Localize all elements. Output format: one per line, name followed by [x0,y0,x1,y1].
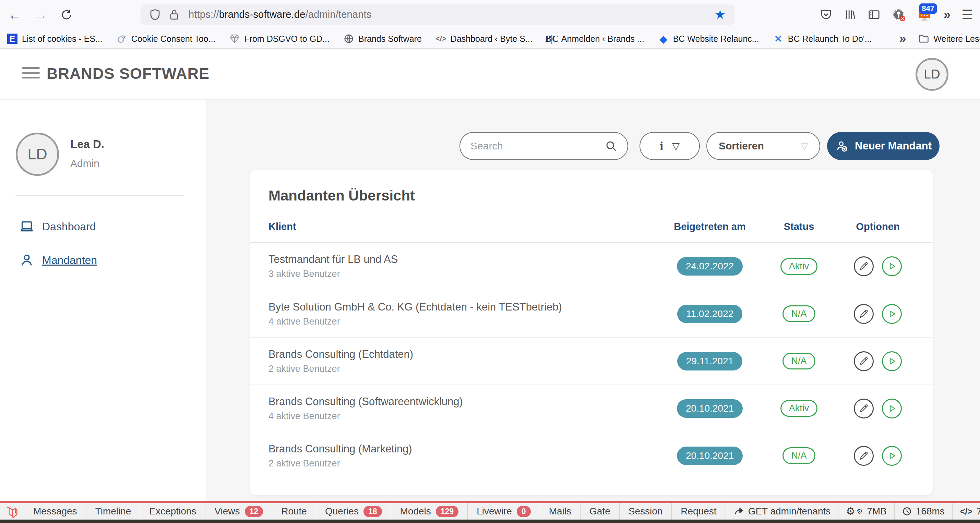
impersonate-button[interactable] [882,399,902,418]
forward-icon[interactable]: → [34,8,47,21]
bookmark-favicon-jira: ◆ [658,33,669,44]
debug-tab-timeline[interactable]: Timeline [86,503,141,520]
url-text: https://brands-software.de/admin/tenants [189,9,372,20]
laravel-icon[interactable] [0,503,24,520]
debug-tab-request[interactable]: Request [672,503,725,520]
edit-button[interactable] [854,399,874,418]
debug-tab-queries[interactable]: Queries18 [316,503,391,520]
debug-tab-messages[interactable]: Messages [24,503,86,520]
desktop-background-strip [0,520,980,523]
impersonate-button[interactable] [882,446,902,466]
bookmark-star-icon[interactable]: ★ [714,8,725,22]
page-title: Mandanten Übersicht [250,170,933,204]
memory-usage: ⚙⚙ 7MB [838,503,894,520]
tenants-card: Mandanten Übersicht Klient Beigetreten a… [250,170,933,495]
impersonate-button[interactable] [882,351,902,371]
bookmark-favicon-cookie [116,33,127,44]
edit-button[interactable] [854,446,874,466]
status-badge: N/A [783,305,815,322]
bookmark-item[interactable]: ◆ BC Website Relaunc... [658,33,759,44]
debug-tab-views[interactable]: Views12 [205,503,272,520]
share-arrow-icon [734,506,744,517]
bookmark-item[interactable]: From DSGVO to GD... [229,33,329,44]
library-icon[interactable] [844,9,856,21]
bookmarks-bar: E List of cookies - ES... Cookie Consent… [0,29,980,49]
bookmark-item[interactable]: Brands Software [343,33,422,44]
user-avatar[interactable]: LD [916,58,948,91]
sidebar-avatar: LD [16,133,59,176]
folder-icon [918,33,929,44]
bookmarks-overflow-icon[interactable]: » [899,32,905,46]
client-users: 3 aktive Benutzer [269,269,659,279]
status-badge: Aktiv [780,400,818,417]
sidebar-divider [16,196,184,196]
debug-tab-exceptions[interactable]: Exceptions [140,503,205,520]
bookmark-item[interactable]: Cookie Consent Too... [116,33,216,44]
info-icon: i [660,139,663,153]
bookmark-item[interactable]: </> Dashboard ‹ Byte S... [436,33,533,44]
column-status: Status [761,221,837,232]
bookmark-favicon-code: </> [436,33,447,44]
main-content: i ▽ Sortieren ▽ Neuer Mandant Mandanten … [207,100,980,501]
site-header: BRANDS SOFTWARE LD [0,49,980,100]
impersonate-button[interactable] [882,304,902,324]
chevron-down-icon: ▽ [672,140,679,152]
hamburger-menu-icon[interactable] [22,67,40,81]
debug-tab-mails[interactable]: Mails [540,503,581,520]
url-bar[interactable]: https://brands-software.de/admin/tenants… [141,5,735,25]
request-route: GET admin/tenants [726,503,838,520]
search-input[interactable] [471,140,605,152]
debug-tab-gate[interactable]: Gate [581,503,620,520]
client-name: Brands Consulting (Softwareentwicklung) [269,396,659,408]
search-icon[interactable] [605,140,617,152]
sidebar: LD Lea D. Admin Dashboard Mandanten [0,100,207,501]
client-users: 4 aktive Benutzer [269,316,659,327]
app-menu-icon[interactable]: ☰ [961,7,973,22]
client-users: 2 aktive Benutzer [269,458,659,469]
tab-counter-icon[interactable]: 847 [918,8,931,21]
debug-tab-models[interactable]: Models129 [391,503,468,520]
client-name: Testmandant für LB und AS [269,253,659,265]
client-name: Brands Consulting (Marketing) [269,443,659,455]
laptop-icon [19,219,35,234]
more-bookmarks[interactable]: Weitere Lesezeichen [918,33,980,44]
reload-icon[interactable] [60,9,73,21]
chevron-down-icon: ▽ [801,141,808,151]
edit-button[interactable] [854,351,874,371]
impersonate-button[interactable] [882,256,902,276]
date-badge: 29.11.2021 [677,352,742,370]
search-box[interactable] [460,132,628,160]
code-icon: </> [960,507,972,517]
sidebar-user-name: Lea D. [70,138,104,151]
edit-button[interactable] [854,304,874,324]
sidebar-toggle-icon[interactable] [868,9,880,21]
password-manager-icon[interactable] [892,8,905,21]
gear-icon: ⚙ [846,506,855,517]
sidebar-item-mandanten[interactable]: Mandanten [19,247,97,273]
edit-button[interactable] [854,256,874,276]
debug-tab-route[interactable]: Route [272,503,316,520]
client-users: 4 aktive Benutzer [269,411,659,421]
client-users: 2 aktive Benutzer [269,364,659,374]
shield-icon[interactable] [150,9,161,21]
new-tenant-button[interactable]: Neuer Mandant [827,132,940,160]
bookmark-item[interactable]: B|C Anmelden ‹ Brands ... [546,33,644,44]
table-row: Brands Consulting (Echtdaten) 2 aktive B… [250,337,933,385]
back-icon[interactable]: ← [8,8,21,21]
date-badge: 20.10.2021 [677,447,743,465]
toolbar-overflow-icon[interactable]: » [943,8,949,22]
filter-dropdown[interactable]: i ▽ [640,132,700,160]
bookmark-item[interactable]: ✕ BC Relaunch To Do'... [773,33,872,44]
browser-toolbar: ← → https://brands-software.de/admin/ten… [0,0,980,29]
table-row: Brands Consulting (Marketing) 2 aktive B… [250,432,933,479]
debug-tab-session[interactable]: Session [620,503,672,520]
pocket-icon[interactable] [820,9,832,21]
sort-dropdown[interactable]: Sortieren ▽ [706,132,820,160]
bookmark-item[interactable]: E List of cookies - ES... [7,33,102,44]
php-version: </> 7.4.29 [952,503,980,520]
debug-tab-livewire[interactable]: Livewire0 [468,503,540,520]
client-name: Byte Solution GmbH & Co. KG (Echtdaten -… [269,301,659,313]
sidebar-item-dashboard[interactable]: Dashboard [19,213,97,240]
lock-icon[interactable] [169,9,179,21]
status-badge: Aktiv [780,258,818,275]
